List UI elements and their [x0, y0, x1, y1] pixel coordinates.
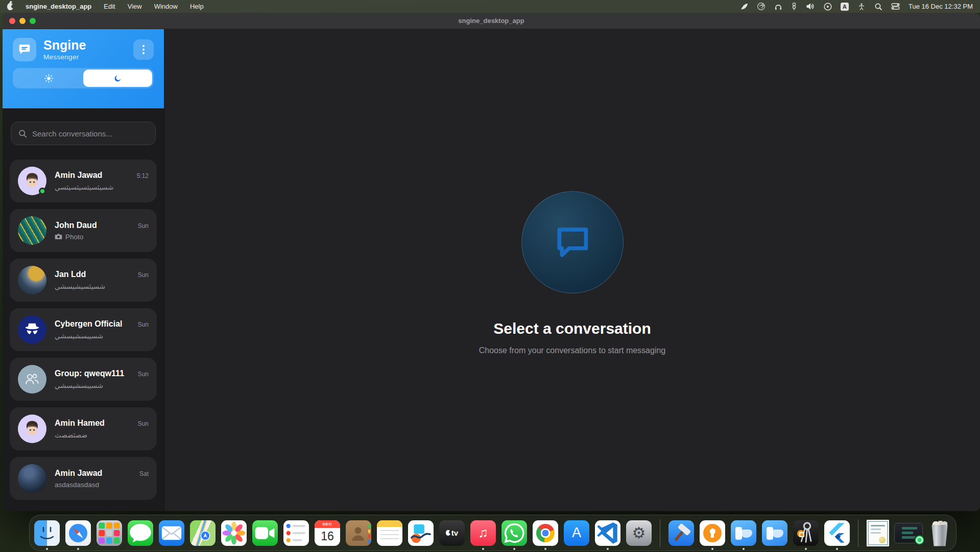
music-note-glyph: ♫	[470, 520, 496, 546]
dock-item-keys-app[interactable]	[793, 520, 819, 546]
feather-icon[interactable]	[740, 2, 748, 11]
menu-bar: sngine_desktop_app Edit View Window Help…	[0, 0, 980, 13]
dock-item-system-settings[interactable]: ⚙	[626, 520, 652, 546]
sidebar-header: Sngine Messenger	[3, 29, 164, 108]
running-indicator	[836, 548, 838, 550]
dock-item-finder[interactable]	[34, 520, 60, 546]
dock-item-trash[interactable]	[928, 520, 951, 546]
conversation-body: Jan LddSun شسيثسيشيسشي	[55, 270, 149, 290]
input-source-icon[interactable]: A	[841, 2, 849, 11]
moon-icon	[113, 74, 122, 83]
remote-desktop-app-icon	[731, 520, 756, 546]
conversation-item-john-daud[interactable]: John DaudSun Photo	[10, 209, 157, 252]
dock-item-calendar[interactable]: DEC 16	[315, 520, 340, 546]
running-indicator	[77, 548, 79, 550]
menu-bar-clock[interactable]: Tue 16 Dec 12:32 PM	[909, 3, 973, 10]
dock-item-music[interactable]: ♫	[470, 520, 496, 546]
conversation-body: Amin HamedSun ضصثضصث	[55, 419, 149, 439]
dock-item-launchpad[interactable]	[97, 520, 122, 546]
dock-item-certificate-file[interactable]	[867, 520, 889, 546]
dock-item-windows-remote-app-2[interactable]	[762, 520, 787, 546]
openvpn-logo	[703, 524, 722, 542]
creative-cloud-icon[interactable]	[757, 2, 766, 11]
dock-item-messages[interactable]	[128, 520, 153, 546]
conversation-time: Sun	[138, 321, 149, 328]
dock-item-chrome[interactable]	[533, 520, 558, 546]
dock-item-mail[interactable]	[159, 520, 184, 546]
minimize-button[interactable]	[19, 18, 26, 24]
conversation-body: John DaudSun Photo	[55, 221, 149, 241]
conversation-name: Cybergen Official	[55, 319, 122, 329]
apple-menu[interactable]	[7, 2, 13, 11]
conversation-item-amin-hamed[interactable]: Amin HamedSun ضصثضصث	[10, 407, 157, 450]
dock-item-app-store[interactable]: A	[564, 520, 589, 546]
running-indicator	[711, 548, 713, 550]
dock-item-apple-tv[interactable]: tv	[439, 520, 465, 546]
control-center-icon[interactable]	[891, 2, 900, 11]
conversation-item-amin-jawad[interactable]: Amin Jawad5:12 شسيثسيثسيثسيثسي	[10, 159, 157, 202]
conversation-time: Sun	[138, 371, 149, 378]
dock-item-facetime[interactable]	[252, 520, 278, 546]
theme-toggle	[13, 68, 154, 88]
app-title-block: Sngine Messenger	[43, 38, 86, 61]
dock-divider	[660, 519, 660, 547]
accessibility-icon[interactable]	[857, 2, 866, 11]
headphones-icon[interactable]	[774, 2, 782, 11]
music-icon: ♫	[470, 520, 496, 546]
dock-item-screenshot-file[interactable]	[895, 523, 922, 543]
dock-item-maps[interactable]	[190, 520, 216, 546]
volume-icon[interactable]	[806, 2, 815, 11]
conversation-time: 5:12	[137, 172, 149, 179]
squiggle-otp-icon[interactable]	[791, 2, 797, 11]
conversation-body: Amin JawadSat asdasdasdasd	[55, 469, 149, 489]
conversation-item-cybergen-official[interactable]: Cybergen OfficialSun شسيبسشيسشي	[10, 308, 157, 351]
menu-view[interactable]: View	[128, 3, 142, 10]
dock-item-reminders[interactable]	[283, 520, 309, 546]
spy-icon	[22, 319, 42, 340]
menu-edit[interactable]: Edit	[104, 3, 115, 10]
spotlight-icon[interactable]	[874, 2, 882, 11]
dock-item-contacts[interactable]	[346, 520, 371, 546]
conversation-name: Jan Ldd	[55, 270, 86, 279]
conversation-item-jan-ldd[interactable]: Jan LddSun شسيثسيشيسشي	[10, 259, 157, 302]
window-title-bar[interactable]: sngine_desktop_app	[3, 13, 980, 29]
conversation-name: John Daud	[55, 221, 97, 230]
conversation-preview: ضصثضصث	[55, 431, 149, 439]
dock-item-notes[interactable]	[377, 520, 402, 546]
memoji-face	[22, 419, 42, 439]
apple-logo-icon	[7, 3, 13, 10]
dock-item-whatsapp[interactable]	[501, 520, 527, 546]
dock-item-vscode[interactable]	[595, 520, 620, 546]
dock-item-photos[interactable]	[221, 520, 247, 546]
conversation-item-amin-jawad-2[interactable]: Amin JawadSat asdasdasdasd	[10, 457, 157, 500]
zoom-button[interactable]	[30, 18, 36, 24]
camera-icon	[55, 234, 62, 240]
conversation-preview: شسيثسيشيسشي	[55, 282, 149, 290]
close-button[interactable]	[9, 18, 15, 24]
search-input[interactable]	[32, 129, 148, 138]
running-indicator	[482, 548, 484, 550]
chat-bubble-outline-icon	[550, 220, 595, 265]
menu-app-name[interactable]: sngine_desktop_app	[26, 3, 91, 10]
dock-item-safari[interactable]	[65, 520, 91, 546]
running-indicator	[743, 548, 745, 550]
menu-help[interactable]: Help	[190, 3, 204, 10]
more-options-button[interactable]	[133, 39, 154, 60]
dock-item-flutter[interactable]	[824, 520, 850, 546]
conversation-name: Amin Jawad	[55, 171, 102, 180]
dark-mode-button[interactable]	[83, 70, 152, 87]
dock-item-openvpn[interactable]	[700, 520, 725, 546]
apple-logo-icon	[446, 530, 450, 536]
conversation-item-group-qweqw111[interactable]: Group: qweqw111Sun شسيبسشيسشي	[10, 358, 157, 401]
dock-item-windows-remote-app-1[interactable]	[731, 520, 756, 546]
play-circle-icon[interactable]	[824, 2, 832, 11]
menu-window[interactable]: Window	[154, 3, 178, 10]
conversation-list: Amin Jawad5:12 شسيثسيثسيثسيثسي John Daud…	[3, 159, 164, 511]
memoji-face	[22, 171, 42, 191]
conversation-time: Sun	[138, 271, 149, 279]
dock-item-freeform[interactable]	[408, 520, 434, 546]
search-bar[interactable]	[11, 122, 156, 145]
dock-item-xcode[interactable]	[668, 520, 694, 546]
conversation-preview: شسيثسيثسيثسيثسي	[55, 183, 149, 191]
light-mode-button[interactable]	[14, 70, 83, 87]
